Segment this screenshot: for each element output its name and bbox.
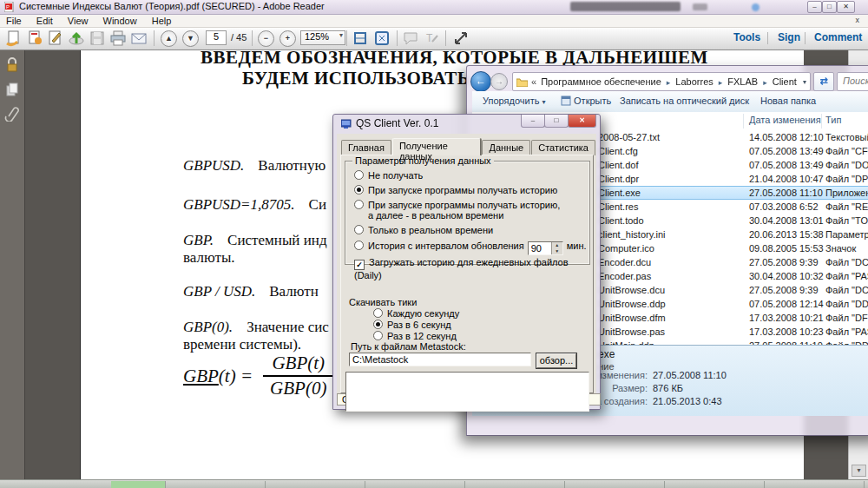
address-bar[interactable]: « Программное обеспечение Laborres FXLAB… [512,72,811,91]
column-header-type[interactable]: Тип [825,115,841,125]
radio-option[interactable]: При запуске программы получать историю,а… [354,200,587,221]
interval-suffix: мин. [567,241,587,251]
address-dropdown-icon[interactable]: ▾ [803,78,810,86]
toolbar-separator [767,32,768,44]
close-button[interactable]: ✕ [837,1,855,13]
next-page-icon[interactable]: ▼ [182,30,199,47]
menu-item[interactable]: Edit [30,15,59,27]
breadcrumb-item[interactable]: Программное обеспечение [538,76,664,87]
menu-item[interactable]: Window [97,15,143,27]
radio-option[interactable]: Только в реальном времени [354,225,587,235]
open-file-icon[interactable] [5,30,23,47]
minimize-button[interactable]: – [807,1,822,13]
chevron-down-icon: ▾ [339,31,343,39]
back-button[interactable]: ← [470,71,491,92]
previous-page-icon[interactable]: ▲ [161,30,177,47]
dialog-tab[interactable]: Получение данных [392,138,482,155]
cloud-upload-icon[interactable] [68,30,85,47]
dialog-tabs: Главная Получение данных Данные Статисти… [341,139,596,155]
pdf-formula: GBP(t) = GBP(t) GBP(0) [183,353,333,399]
daily-checkbox-option[interactable]: ✓Загружать историю для ежедневных файлов… [354,257,587,280]
radio-option[interactable]: Не получать [354,170,587,181]
interval-spin-input[interactable]: 90▲▼ [528,241,563,255]
zoom-out-icon[interactable]: − [258,30,274,47]
zoom-level-value: 125% [305,31,329,42]
taskbar-button[interactable] [111,481,165,488]
security-lock-icon[interactable] [4,57,20,73]
open-button[interactable]: Открыть [561,96,611,106]
interval-value: 90 [531,243,542,254]
zoom-level-select[interactable]: 125%▾ [300,30,345,45]
comment-button[interactable]: Comment [814,31,862,43]
sign-document-icon[interactable] [47,30,64,47]
file-type: Файл "TODO [825,214,868,228]
fullscreen-icon[interactable] [452,30,470,47]
file-type: Приложение [825,186,868,200]
burn-disc-button[interactable]: Записать на оптический диск [620,96,749,106]
file-name: UnitBrowse.dfm [598,311,666,325]
dialog-maximize-button[interactable]: □ [544,115,569,128]
dialog-tab[interactable]: Главная [341,140,391,155]
create-pdf-icon[interactable] [26,30,43,47]
page-number-input[interactable]: 5 [206,30,227,45]
dialog-tab[interactable]: Статистика [531,140,595,155]
menu-item[interactable]: File [0,15,28,27]
attachments-paperclip-icon[interactable] [4,106,20,122]
spin-up-icon: ▲ [555,242,559,247]
interval-label: История с интервалом обновления [368,241,524,251]
comment-bubble-icon[interactable] [402,30,419,47]
screen: P Системные Индексы Валют (Теория).pdf (… [0,0,868,488]
breadcrumb-item[interactable]: Client [760,76,799,87]
menubar-close-icon[interactable]: x [856,15,860,26]
browse-button[interactable]: обзор... [536,353,576,368]
scroll-down-icon[interactable]: ▼ [852,465,866,477]
dialog-minimize-button[interactable]: – [521,115,545,128]
tools-button[interactable]: Tools [733,31,760,43]
interval-radio-option[interactable]: История с интервалом обновления90▲▼мин. [354,240,587,254]
email-icon[interactable] [130,30,148,47]
formula-denominator: GBP(0) [263,377,333,399]
menu-item[interactable]: Help [146,15,178,27]
metastock-path-input[interactable] [349,353,531,366]
file-type: Файл "DDP" [825,297,868,311]
radio-label-line2: а далее - в реальном времени [368,210,587,221]
radio-option[interactable]: Каждую секунду [373,308,459,319]
column-header-date[interactable]: Дата изменения [749,115,821,125]
file-name: Client.exe [598,186,641,200]
print-icon[interactable] [109,30,127,47]
taskbar[interactable] [0,479,868,488]
forward-button[interactable]: → [490,73,508,90]
log-list-box[interactable] [345,372,589,412]
breadcrumb-item[interactable]: Laborres [664,76,716,87]
radio-icon [373,331,383,340]
save-icon[interactable] [89,30,106,47]
file-type: Значок [825,241,856,255]
menu-item[interactable]: View [62,15,95,27]
folder-icon [516,77,528,87]
sign-button[interactable]: Sign [778,31,800,43]
radio-option[interactable]: Раз в 6 секунд [373,320,459,330]
zoom-in-icon[interactable]: + [279,30,296,47]
scrolling-mode-icon[interactable] [352,30,369,47]
pdf-heading-line2: БУДЕМ ИСПОЛЬЗОВАТЬ [242,68,470,89]
breadcrumb-item[interactable]: FXLAB [716,76,760,87]
dialog-close-button[interactable]: ✕ [568,115,596,128]
breadcrumb-overflow-icon[interactable]: « [529,76,538,87]
organize-button[interactable]: Упорядочить ▾ [483,96,546,106]
dialog-tab[interactable]: Данные [482,140,530,155]
refresh-button[interactable]: ⇄ [813,72,834,91]
pdf-paragraph: GBP / USD.Валютн [183,283,319,300]
glass-smudge [693,3,707,10]
radio-option[interactable]: При запуске программы получать историю [354,185,587,195]
fit-page-icon[interactable] [373,30,391,47]
file-date: 07.05.2008 12:14 [749,297,824,311]
page-thumbnails-icon[interactable] [4,82,20,97]
search-input[interactable]: Поиск [837,72,868,91]
new-folder-button[interactable]: Новая папка [760,96,816,106]
radio-option[interactable]: Раз в 12 секунд [373,331,459,341]
text-markup-icon[interactable]: T [424,30,441,47]
radio-label: При запуске программы получать историю, [368,200,560,210]
spinner-buttons[interactable]: ▲▼ [551,242,562,254]
file-type: Файл "RES" [825,200,868,214]
restore-button[interactable]: □ [822,1,837,13]
